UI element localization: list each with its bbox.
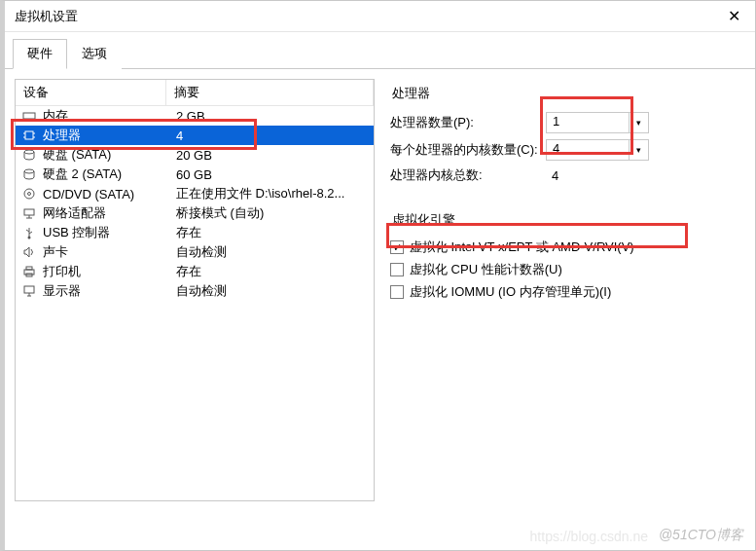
device-summary: 2 GB (176, 109, 368, 124)
svg-rect-5 (25, 131, 33, 139)
svg-rect-0 (23, 113, 35, 119)
device-summary: 存在 (176, 263, 368, 280)
chk-vtx-label: 虚拟化 Intel VT-x/EPT 或 AMD-V/RVI(V) (410, 239, 634, 256)
table-row[interactable]: 内存 2 GB (16, 106, 374, 126)
table-row[interactable]: 硬盘 (SATA) 20 GB (16, 145, 374, 165)
disk-icon (21, 147, 37, 163)
device-summary: 桥接模式 (自动) (176, 204, 368, 222)
hardware-table: 设备 摘要 内存 2 GB 处理器 4 硬盘 (SATA) 20 GB 硬盘 2… (15, 79, 375, 501)
device-summary: 存在 (176, 224, 368, 241)
chk-iommu-label: 虚拟化 IOMMU (IO 内存管理单元)(I) (410, 283, 611, 301)
table-row[interactable]: 处理器 4 (16, 126, 374, 145)
memory-icon (21, 108, 37, 124)
table-row[interactable]: 打印机 存在 (16, 262, 374, 281)
device-name: 硬盘 2 (SATA) (43, 165, 176, 183)
tab-options[interactable]: 选项 (67, 39, 122, 69)
device-summary: 自动检测 (176, 282, 368, 300)
titlebar: 虚拟机设置 ✕ (5, 1, 755, 32)
usb-icon (21, 225, 37, 240)
checkbox-icon[interactable] (390, 285, 404, 299)
table-row[interactable]: 硬盘 2 (SATA) 60 GB (16, 165, 374, 184)
network-icon (21, 205, 37, 221)
chk-cpu-perf-label: 虚拟化 CPU 性能计数器(U) (410, 261, 562, 278)
proc-count-select[interactable]: 1 (546, 112, 630, 133)
total-cores-label: 处理器内核总数: (390, 166, 546, 184)
chk-vtx-row[interactable]: ✓ 虚拟化 Intel VT-x/EPT 或 AMD-V/RVI(V) (390, 239, 739, 256)
checkbox-checked-icon[interactable]: ✓ (390, 240, 404, 254)
section-processor-title: 处理器 (392, 85, 739, 102)
col-summary[interactable]: 摘要 (166, 80, 374, 105)
disk-icon (21, 166, 37, 182)
section-virt-title: 虚拟化引擎 (392, 211, 739, 229)
tab-hardware[interactable]: 硬件 (13, 39, 67, 69)
table-row[interactable]: 显示器 自动检测 (16, 281, 374, 301)
cores-per-row: 每个处理器的内核数量(C): 4 ▾ (390, 139, 739, 161)
watermark: @51CTO博客 (659, 527, 743, 544)
watermark: https://blog.csdn.ne (530, 529, 648, 544)
proc-count-row: 处理器数量(P): 1 ▾ (390, 112, 739, 133)
svg-rect-14 (24, 209, 34, 215)
chk-cpu-perf-row[interactable]: 虚拟化 CPU 性能计数器(U) (390, 261, 739, 278)
device-summary: 60 GB (176, 167, 368, 182)
cores-per-label: 每个处理器的内核数量(C): (390, 141, 546, 159)
printer-icon (21, 264, 37, 279)
device-summary: 20 GB (176, 148, 368, 163)
close-icon[interactable]: ✕ (722, 7, 745, 25)
svg-point-10 (24, 150, 34, 154)
device-name: 声卡 (43, 243, 176, 261)
device-name: 硬盘 (SATA) (43, 146, 176, 164)
device-name: USB 控制器 (43, 224, 176, 241)
svg-point-11 (24, 169, 34, 173)
device-name: CD/DVD (SATA) (43, 187, 176, 202)
sound-icon (21, 244, 37, 260)
vm-settings-window: 虚拟机设置 ✕ 硬件 选项 设备 摘要 内存 2 GB 处理器 4 硬 (0, 0, 756, 551)
chk-iommu-row[interactable]: 虚拟化 IOMMU (IO 内存管理单元)(I) (390, 283, 739, 301)
device-name: 内存 (43, 107, 176, 125)
body: 设备 摘要 内存 2 GB 处理器 4 硬盘 (SATA) 20 GB 硬盘 2… (5, 69, 755, 511)
svg-point-12 (24, 189, 34, 199)
device-summary: 4 (176, 129, 368, 143)
chevron-down-icon[interactable]: ▾ (630, 139, 649, 161)
chevron-down-icon[interactable]: ▾ (630, 112, 649, 133)
cd-icon (21, 186, 37, 202)
device-name: 打印机 (43, 263, 176, 280)
svg-rect-22 (24, 286, 34, 293)
svg-rect-20 (26, 267, 32, 270)
device-summary: 正在使用文件 D:\iso\rhel-8.2... (176, 185, 368, 202)
window-title: 虚拟机设置 (15, 8, 78, 25)
cores-per-select[interactable]: 4 (546, 139, 630, 161)
table-row[interactable]: USB 控制器 存在 (16, 223, 374, 242)
device-name: 网络适配器 (43, 204, 176, 222)
col-device[interactable]: 设备 (16, 80, 166, 105)
display-icon (21, 283, 37, 299)
cpu-icon (21, 128, 37, 143)
total-cores-row: 处理器内核总数: 4 (390, 166, 739, 184)
svg-point-13 (28, 193, 31, 196)
proc-count-label: 处理器数量(P): (390, 114, 546, 131)
device-summary: 自动检测 (176, 243, 368, 261)
checkbox-icon[interactable] (390, 263, 404, 276)
device-name: 处理器 (43, 127, 176, 144)
table-header: 设备 摘要 (16, 80, 374, 106)
table-row[interactable]: 网络适配器 桥接模式 (自动) (16, 203, 374, 223)
table-row[interactable]: CD/DVD (SATA) 正在使用文件 D:\iso\rhel-8.2... (16, 184, 374, 203)
tabs: 硬件 选项 (5, 32, 755, 69)
processor-settings: 处理器 处理器数量(P): 1 ▾ 每个处理器的内核数量(C): 4 ▾ 处理器… (384, 79, 745, 501)
table-row[interactable]: 声卡 自动检测 (16, 242, 374, 262)
total-cores-value: 4 (546, 168, 630, 183)
device-name: 显示器 (43, 282, 176, 300)
